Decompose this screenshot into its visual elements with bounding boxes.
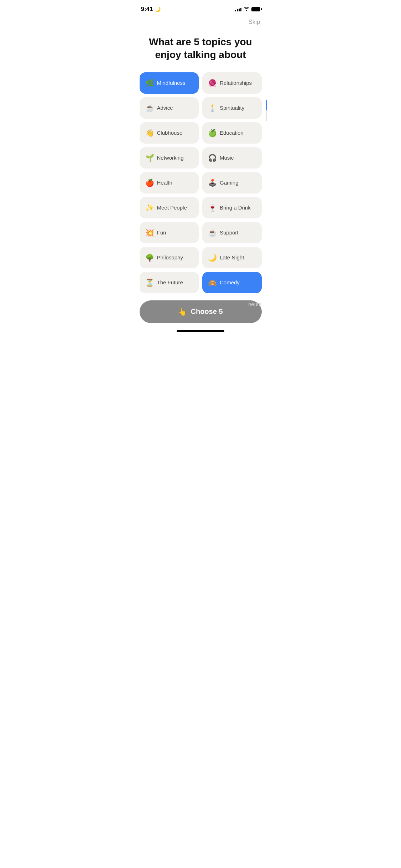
- topic-emoji-education: 🍏: [208, 129, 217, 137]
- topic-btn-clubhouse[interactable]: 👋 Clubhouse: [140, 122, 199, 144]
- signal-bars: [235, 7, 241, 11]
- topic-btn-health[interactable]: 🍎 Health: [140, 172, 199, 193]
- topic-label-health: Health: [157, 180, 172, 186]
- topic-btn-advice[interactable]: ☕ Advice: [140, 97, 199, 119]
- topic-label-mindfulness: Mindfulness: [157, 80, 186, 86]
- topic-btn-mindfulness[interactable]: 🌿 Mindfulness: [140, 72, 199, 94]
- status-time: 9:41: [141, 6, 153, 13]
- signal-bar-4: [240, 8, 241, 11]
- moon-icon: 🌙: [155, 6, 161, 12]
- topic-label-advice: Advice: [157, 105, 173, 111]
- home-bar: [177, 330, 224, 332]
- topic-emoji-gaming: 🕹️: [208, 179, 217, 187]
- topic-btn-education[interactable]: 🍏 Education: [202, 122, 262, 144]
- topic-label-relationships: Relationships: [220, 80, 252, 86]
- topic-btn-philosophy[interactable]: 🌳 Philosophy: [140, 247, 199, 268]
- topic-emoji-health: 🍎: [145, 179, 154, 187]
- topic-emoji-comedy: 🙈: [208, 278, 217, 287]
- topic-label-late-night: Late Night: [220, 254, 244, 260]
- bottom-area: 👆 Choose 5 neurs: [134, 293, 267, 327]
- topic-btn-fun[interactable]: 💥 Fun: [140, 222, 199, 243]
- topic-emoji-support: ☕: [208, 228, 217, 237]
- status-bar: 9:41 🌙: [134, 0, 267, 16]
- topic-label-meet-people: Meet People: [157, 205, 187, 211]
- topic-btn-meet-people[interactable]: ✨ Meet People: [140, 197, 199, 218]
- partial-text: neurs: [248, 301, 262, 307]
- topic-btn-bring-a-drink[interactable]: 🍷 Bring a Drink: [202, 197, 262, 218]
- choose-label: Choose 5: [191, 308, 223, 316]
- topic-emoji-music: 🎧: [208, 154, 217, 162]
- topic-label-comedy: Comedy: [220, 279, 240, 285]
- topic-emoji-bring-a-drink: 🍷: [208, 203, 217, 212]
- topic-emoji-advice: ☕: [145, 104, 154, 112]
- topic-label-gaming: Gaming: [220, 180, 239, 186]
- topic-label-bring-a-drink: Bring a Drink: [220, 205, 251, 211]
- choose-emoji: 👆: [178, 308, 187, 316]
- topic-btn-late-night[interactable]: 🌙 Late Night: [202, 247, 262, 268]
- topic-emoji-mindfulness: 🌿: [145, 79, 154, 87]
- signal-bar-1: [235, 10, 236, 11]
- topic-btn-comedy[interactable]: 🙈 Comedy: [202, 272, 262, 293]
- topic-label-fun: Fun: [157, 229, 166, 236]
- topic-emoji-relationships: 🧶: [208, 79, 217, 87]
- scrollbar-thumb[interactable]: [266, 100, 267, 110]
- topic-emoji-networking: 🌱: [145, 154, 154, 162]
- topic-btn-the-future[interactable]: ⏳ The Future: [140, 272, 199, 293]
- wifi-icon: [244, 6, 249, 12]
- topic-emoji-philosophy: 🌳: [145, 253, 154, 262]
- topic-emoji-late-night: 🌙: [208, 253, 217, 262]
- topic-label-music: Music: [220, 155, 234, 161]
- page-title: What are 5 topics you enjoy talking abou…: [145, 36, 257, 62]
- topic-btn-support[interactable]: ☕ Support: [202, 222, 262, 243]
- status-icons: [235, 6, 260, 12]
- topics-grid: 🌿 Mindfulness 🧶 Relationships ☕ Advice 🕯…: [134, 72, 267, 293]
- topic-label-spirituality: Spirituality: [220, 105, 244, 111]
- topic-emoji-the-future: ⏳: [145, 278, 154, 287]
- battery-icon: [251, 7, 260, 11]
- topic-btn-music[interactable]: 🎧 Music: [202, 147, 262, 169]
- topic-btn-relationships[interactable]: 🧶 Relationships: [202, 72, 262, 94]
- choose-button[interactable]: 👆 Choose 5: [140, 300, 262, 323]
- topic-label-philosophy: Philosophy: [157, 254, 183, 260]
- topic-btn-networking[interactable]: 🌱 Networking: [140, 147, 199, 169]
- home-indicator: [134, 327, 267, 335]
- header: What are 5 topics you enjoy talking abou…: [134, 29, 267, 72]
- skip-row: Skip: [134, 16, 267, 29]
- signal-bar-3: [239, 9, 240, 11]
- topic-btn-gaming[interactable]: 🕹️ Gaming: [202, 172, 262, 193]
- skip-button[interactable]: Skip: [248, 19, 260, 26]
- topic-emoji-meet-people: ✨: [145, 203, 154, 212]
- topic-label-clubhouse: Clubhouse: [157, 130, 183, 136]
- signal-bar-2: [237, 9, 238, 11]
- topic-label-the-future: The Future: [157, 279, 183, 285]
- topic-btn-spirituality[interactable]: 🕯️ Spirituality: [202, 97, 262, 119]
- topic-emoji-clubhouse: 👋: [145, 129, 154, 137]
- topic-label-support: Support: [220, 229, 239, 236]
- topic-emoji-fun: 💥: [145, 228, 154, 237]
- topic-emoji-spirituality: 🕯️: [208, 104, 217, 112]
- scrollbar-track[interactable]: [266, 100, 267, 121]
- topic-label-education: Education: [220, 130, 244, 136]
- topic-label-networking: Networking: [157, 155, 184, 161]
